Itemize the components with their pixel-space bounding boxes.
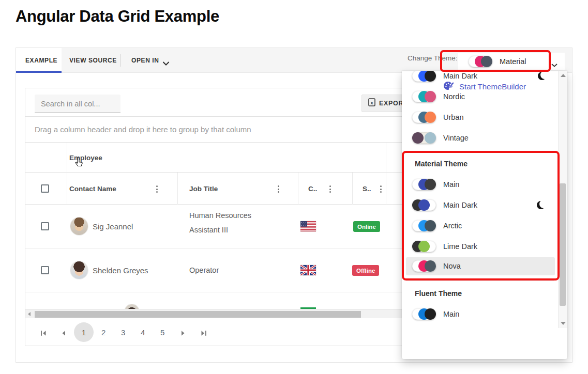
theme-option-label: Main <box>443 310 459 318</box>
tab-strip: EXAMPLE VIEW SOURCE OPEN IN Change Theme… <box>16 48 572 73</box>
pager-page-1-current[interactable]: 1 <box>74 322 94 342</box>
next-page-button[interactable] <box>180 329 186 338</box>
status-badge: Offline <box>352 265 379 276</box>
theme-option-lime-dark[interactable]: Lime Dark <box>402 236 558 257</box>
theme-option-label: Urban <box>443 113 464 121</box>
dark-mode-moon-icon <box>537 201 545 209</box>
row-checkbox[interactable] <box>41 222 49 230</box>
job-title-cell-line1: Human Resources <box>189 211 251 220</box>
theme-option-nova[interactable]: Nova <box>402 256 558 276</box>
section-divider <box>406 280 554 281</box>
selected-theme-name: Material <box>500 57 526 66</box>
status-badge-label: Offline <box>356 268 375 274</box>
column-border <box>386 143 386 173</box>
theme-swatch <box>412 91 436 102</box>
theme-option-label: Main Dark <box>443 201 477 209</box>
fluent-theme-section-title: Fluent Theme <box>415 283 554 304</box>
theme-option-label: Main <box>443 180 459 189</box>
theme-swatch <box>412 241 436 252</box>
column-border <box>67 143 67 173</box>
theme-option-label: Arctic <box>443 222 462 230</box>
selected-theme-swatch <box>469 56 492 67</box>
theme-swatch <box>412 71 436 82</box>
theme-swatch <box>412 220 436 231</box>
avatar <box>70 217 88 235</box>
theme-option-arctic[interactable]: Arctic <box>402 215 558 236</box>
theme-option-label: Nordic <box>443 92 465 101</box>
tab-view-source[interactable]: VIEW SOURCE <box>69 57 117 64</box>
column-menu-icon[interactable] <box>328 184 333 194</box>
scroll-up-arrow-icon[interactable] <box>561 74 566 77</box>
status-badge-label: Online <box>357 224 376 230</box>
theme-select-dropdown[interactable]: Material <box>458 53 565 70</box>
theme-option-label: Lime Dark <box>443 242 477 251</box>
tab-example[interactable]: EXAMPLE <box>25 57 57 64</box>
horizontal-scrollbar-thumb[interactable] <box>35 311 361 318</box>
theme-option-label: Main Dark <box>443 72 477 80</box>
column-header-country[interactable]: C.. <box>308 185 317 193</box>
svg-text:x: x <box>370 100 373 105</box>
theme-swatch <box>412 199 436 211</box>
theme-option-main-dark[interactable]: Main Dark <box>402 71 558 86</box>
column-menu-icon[interactable] <box>155 184 159 194</box>
theme-swatch <box>412 132 436 144</box>
avatar <box>125 304 139 309</box>
theme-option-fluent-main[interactable]: Main <box>402 304 558 324</box>
theme-option-vintage[interactable]: Vintage <box>402 128 558 148</box>
dropdown-scrollbar-thumb[interactable] <box>560 183 566 306</box>
page: Angular Data Grid Example EXAMPLE VIEW S… <box>0 0 588 374</box>
previous-page-button[interactable] <box>61 329 66 338</box>
pager-page-2[interactable]: 2 <box>101 328 105 337</box>
column-menu-icon[interactable] <box>379 184 383 194</box>
row-checkbox[interactable] <box>41 266 49 274</box>
chevron-down-icon <box>551 60 557 69</box>
column-border <box>352 173 353 205</box>
column-header-contact-name[interactable]: Contact Name <box>69 185 116 193</box>
select-all-checkbox[interactable] <box>41 184 49 193</box>
last-page-button[interactable] <box>200 329 207 338</box>
group-drop-hint: Drag a column header and drop it here to… <box>35 117 251 143</box>
pager-page-4[interactable]: 4 <box>141 328 145 337</box>
theme-option-urban[interactable]: Urban <box>402 107 558 128</box>
active-tab-underline <box>16 71 62 73</box>
job-title-cell-line1: Operator <box>189 266 219 274</box>
theme-dropdown-panel: Main Dark Nordic Urban Vintage Material … <box>402 71 567 359</box>
job-title-cell-line2: Assistant III <box>189 226 228 234</box>
column-header-job-title[interactable]: Job Title <box>189 185 218 193</box>
column-border <box>298 173 298 205</box>
material-theme-section-title: Material Theme <box>415 153 554 174</box>
search-input[interactable] <box>35 95 120 113</box>
theme-swatch <box>412 260 436 272</box>
column-group-employee[interactable]: Employee <box>69 154 102 162</box>
theme-option-label: Vintage <box>443 134 469 142</box>
tab-open-in[interactable]: OPEN IN <box>131 57 159 64</box>
contact-name-cell: Sig Jeannel <box>93 222 133 231</box>
column-menu-icon[interactable] <box>276 184 281 194</box>
scroll-left-arrow-icon[interactable] <box>28 312 31 316</box>
dark-mode-moon-icon <box>538 72 546 80</box>
contact-name-cell: Shelden Greyes <box>93 266 148 275</box>
tab-divider <box>120 54 121 67</box>
page-title: Angular Data Grid Example <box>16 7 219 26</box>
column-border <box>67 173 67 205</box>
theme-swatch <box>412 308 436 320</box>
theme-swatch <box>412 179 436 190</box>
us-flag-icon <box>300 221 316 231</box>
theme-swatch <box>412 112 436 123</box>
theme-option-material-main[interactable]: Main <box>402 174 558 195</box>
theme-option-material-main-dark[interactable]: Main Dark <box>402 195 558 215</box>
scroll-down-arrow-icon[interactable] <box>561 322 566 325</box>
first-page-button[interactable] <box>40 329 47 338</box>
pager-page-3[interactable]: 3 <box>121 328 125 337</box>
column-header-status[interactable]: S.. <box>363 185 371 193</box>
status-badge: Online <box>353 221 380 232</box>
column-border <box>177 173 178 205</box>
theme-option-nordic[interactable]: Nordic <box>402 86 558 107</box>
dropdown-scrollbar[interactable] <box>558 71 567 328</box>
chevron-down-icon[interactable] <box>162 58 170 68</box>
pager-page-5[interactable]: 5 <box>160 328 164 337</box>
excel-file-icon: x <box>368 98 375 108</box>
uk-flag-icon <box>300 265 316 275</box>
avatar <box>70 261 88 279</box>
change-theme-label: Change Theme: <box>408 54 458 62</box>
